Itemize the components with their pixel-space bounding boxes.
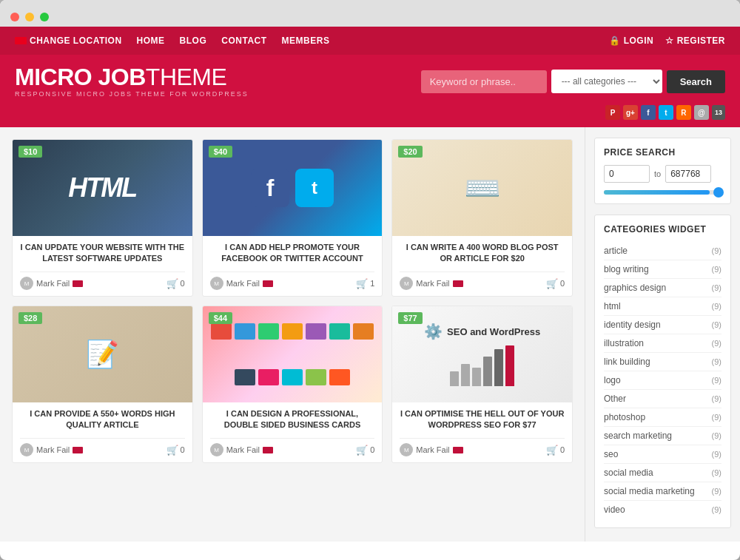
header-inner: MICRO JOBTHEME RESPONSIVE MICRO JOBS THE… [15, 65, 725, 98]
job-cart[interactable]: 🛒 0 [166, 278, 185, 289]
job-author: M Mark Fail [210, 277, 273, 290]
minimize-dot[interactable] [25, 13, 34, 21]
job-card[interactable]: HTML $10 I CAN UPDATE YOUR WEBSITE WITH … [12, 139, 193, 297]
category-item-search-marketing[interactable]: search marketing (9) [604, 427, 722, 445]
logo-title: MICRO JOBTHEME [15, 65, 249, 89]
jobs-grid: HTML $10 I CAN UPDATE YOUR WEBSITE WITH … [12, 139, 573, 463]
categories-widget: CATEGORIES WIDGET article (9) blog writi… [594, 215, 731, 528]
job-price-badge: $20 [398, 146, 422, 158]
job-card[interactable]: 📝 $28 I CAN PROVIDE A 550+ WORDS HIGH QU… [12, 306, 193, 463]
contact-link[interactable]: CONTACT [221, 36, 266, 46]
job-image-wrap: ⌨️ $20 [392, 140, 572, 236]
cart-icon: 🛒 [356, 445, 368, 456]
job-meta: M Mark Fail 🛒 0 [20, 438, 185, 456]
search-input[interactable] [421, 70, 547, 93]
social-count: 13 [712, 105, 725, 120]
cart-icon: 🛒 [166, 278, 178, 289]
facebook-icon[interactable]: f [641, 105, 656, 120]
category-item-article[interactable]: article (9) [604, 242, 722, 260]
job-cart[interactable]: 🛒 1 [356, 278, 374, 289]
job-title: I CAN UPDATE YOUR WEBSITE WITH THE LATES… [20, 242, 185, 266]
job-image-wrap: 📝 $28 [13, 306, 192, 402]
job-title: I CAN DESIGN A PROFESSIONAL, DOUBLE SIDE… [210, 408, 375, 432]
category-item-photoshop[interactable]: photoshop (9) [604, 408, 722, 427]
category-item-other[interactable]: Other (9) [604, 390, 722, 408]
job-cart[interactable]: 🛒 0 [166, 445, 185, 456]
star-icon: ☆ [665, 36, 674, 46]
search-area: --- all categories --- Search [421, 70, 725, 93]
category-item-social-media-marketing[interactable]: social media marketing (9) [604, 482, 722, 501]
categories-widget-title: CATEGORIES WIDGET [604, 224, 722, 235]
blog-link[interactable]: BLOG [180, 36, 207, 46]
job-cart[interactable]: 🛒 0 [546, 278, 565, 289]
price-min-input[interactable] [604, 165, 650, 183]
job-card[interactable]: $44 I CAN DESIGN A PROFESSIONAL, DOUBLE … [202, 306, 383, 463]
job-image-wrap: $44 [203, 306, 383, 402]
flag-icon [73, 447, 83, 453]
job-card[interactable]: ⚙️ SEO and WordPress [391, 306, 573, 463]
members-link[interactable]: MEMBERS [282, 36, 330, 46]
twitter-icon[interactable]: t [659, 105, 673, 120]
avatar: M [400, 277, 413, 290]
avatar: M [210, 443, 223, 456]
job-info: I CAN PROVIDE A 550+ WORDS HIGH QUALITY … [13, 402, 192, 462]
change-location-link[interactable]: CHANGE LOCATION [15, 36, 122, 46]
category-item-html[interactable]: html (9) [604, 297, 722, 316]
price-search-title: PRICE SEARCH [604, 147, 722, 158]
price-search-widget: PRICE SEARCH to [594, 138, 731, 204]
home-link[interactable]: HOME [137, 36, 165, 46]
main-content: HTML $10 I CAN UPDATE YOUR WEBSITE WITH … [0, 127, 740, 542]
job-cart[interactable]: 🛒 0 [356, 445, 374, 456]
flag-icon [263, 280, 273, 287]
category-select[interactable]: --- all categories --- [551, 70, 662, 93]
price-to-label: to [654, 169, 661, 178]
category-item-logo[interactable]: logo (9) [604, 371, 722, 390]
job-author: M Mark Fail [400, 277, 462, 290]
avatar: M [20, 277, 33, 290]
flag-icon [453, 447, 463, 453]
cart-icon: 🛒 [546, 278, 558, 289]
top-nav-left: CHANGE LOCATION HOME BLOG CONTACT MEMBER… [15, 36, 329, 46]
category-item-link-building[interactable]: link building (9) [604, 353, 722, 371]
flag-icon [73, 280, 83, 287]
job-price-badge: $10 [18, 146, 42, 158]
job-image-wrap: ⚙️ SEO and WordPress [392, 306, 572, 402]
price-slider-track[interactable] [604, 190, 722, 195]
slider-handle[interactable] [713, 187, 724, 198]
google-icon[interactable]: g+ [623, 105, 638, 120]
job-price-badge: $28 [18, 312, 42, 324]
logo-area: MICRO JOBTHEME RESPONSIVE MICRO JOBS THE… [15, 65, 249, 98]
job-info: I CAN UPDATE YOUR WEBSITE WITH THE LATES… [13, 236, 192, 296]
category-item-illustration[interactable]: illustration (9) [604, 334, 722, 353]
cart-icon: 🛒 [546, 445, 558, 456]
close-dot[interactable] [10, 13, 19, 21]
price-max-input[interactable] [665, 165, 711, 183]
email-icon[interactable]: @ [694, 105, 709, 120]
category-item-blog-writing[interactable]: blog writing (9) [604, 260, 722, 279]
category-item-identity-design[interactable]: identity design (9) [604, 316, 722, 334]
category-item-social-media[interactable]: social media (9) [604, 464, 722, 482]
sidebar: PRICE SEARCH to CATEGORIES WIDGET articl… [585, 127, 740, 542]
facebook-logo: f [251, 169, 289, 207]
avatar: M [20, 443, 33, 456]
job-card[interactable]: ⌨️ $20 I CAN WRITE A 400 WORD BLOG POST … [391, 139, 573, 297]
login-link[interactable]: 🔒 LOGIN [609, 36, 653, 46]
maximize-dot[interactable] [40, 13, 49, 21]
flag-icon [15, 37, 27, 44]
top-nav-right: 🔒 LOGIN ☆ REGISTER [609, 36, 725, 46]
job-cart[interactable]: 🛒 0 [546, 445, 565, 456]
avatar: M [400, 443, 413, 456]
job-price-badge: $40 [209, 146, 232, 158]
logo-subtitle: RESPONSIVE MICRO JOBS THEME FOR WORDPRES… [15, 90, 249, 98]
pinterest-icon[interactable]: P [605, 105, 620, 120]
avatar: M [210, 277, 223, 290]
job-card[interactable]: f t $40 I CAN ADD HELP PROMOTE YOUR FACE… [202, 139, 383, 297]
register-link[interactable]: ☆ REGISTER [665, 36, 725, 46]
search-button[interactable]: Search [667, 70, 725, 93]
flag-icon [453, 280, 463, 287]
job-title: I CAN OPTIMISE THE HELL OUT OF YOUR WORD… [400, 408, 565, 432]
category-item-video[interactable]: video (9) [604, 501, 722, 519]
category-item-graphics-design[interactable]: graphics design (9) [604, 279, 722, 297]
rss-icon[interactable]: R [676, 105, 691, 120]
category-item-seo[interactable]: seo (9) [604, 445, 722, 464]
